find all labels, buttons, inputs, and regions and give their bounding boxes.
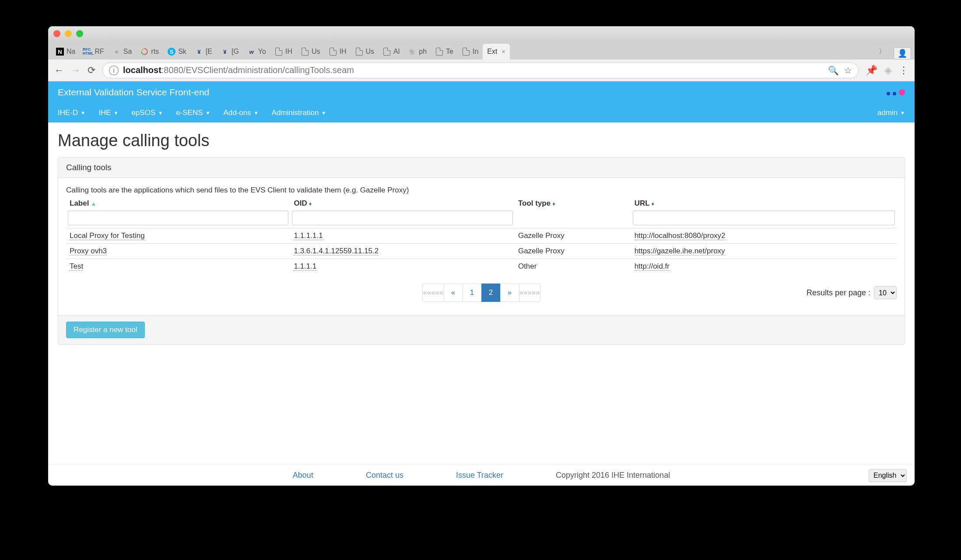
panel-description: Calling tools are the applications which… (66, 186, 897, 195)
pagination: ««««« « 1 2 » »»»»» (422, 284, 540, 302)
browser-tab[interactable]: ¥[E (191, 44, 217, 60)
sort-icon: ♦ (309, 200, 312, 207)
results-per-page: Results per page : 10 (807, 286, 897, 299)
footer-about[interactable]: About (293, 471, 313, 480)
table-row: Local Proxy for Testing 1.1.1.1.1 Gazell… (66, 228, 897, 244)
col-label[interactable]: Label▲ (66, 197, 290, 210)
rpp-select[interactable]: 10 (874, 286, 897, 299)
browser-tab[interactable]: Us (297, 44, 325, 60)
browser-tab[interactable]: IH (270, 44, 297, 60)
forward-button[interactable]: → (71, 65, 81, 76)
footer-issue-tracker[interactable]: Issue Tracker (456, 471, 503, 480)
page-first[interactable]: ««««« (422, 284, 444, 302)
browser-tab[interactable]: rts (136, 44, 163, 60)
table-row: Test 1.1.1.1 Other http://oid.fr (66, 259, 897, 274)
bookmark-icon[interactable]: ☆ (844, 65, 852, 76)
panel-heading: Calling tools (58, 158, 905, 178)
browser-tab[interactable]: NNa (52, 44, 80, 60)
main-nav: IHE-D▼ IHE▼ epSOS▼ e-SENS▼ Add-ons▼ Admi… (48, 103, 915, 122)
chevron-down-icon: ▼ (206, 110, 210, 116)
browser-tab[interactable]: ≡Sa (109, 44, 137, 60)
pin-icon[interactable]: 📌 (866, 65, 877, 76)
col-oid[interactable]: OID♦ (290, 197, 514, 210)
close-window-button[interactable] (53, 30, 60, 37)
chevron-down-icon: ▼ (254, 110, 259, 116)
page-next[interactable]: » (500, 284, 519, 302)
chevron-down-icon: ▼ (321, 110, 326, 116)
browser-tab[interactable]: Us (351, 44, 379, 60)
col-type[interactable]: Tool type♦ (515, 197, 631, 210)
page-prev[interactable]: « (444, 284, 463, 302)
browser-tab[interactable]: Te (431, 44, 458, 60)
extensions: 📌 ◈ ⋮ (866, 65, 908, 76)
filter-url[interactable] (633, 210, 895, 225)
drive-icon[interactable]: ◈ (884, 65, 892, 76)
back-button[interactable]: ← (54, 65, 64, 76)
url-path: :8080/EVSClient/administration/callingTo… (161, 65, 354, 75)
register-tool-button[interactable]: Register a new tool (66, 322, 145, 338)
browser-tab[interactable]: wYo (243, 44, 270, 60)
page-1[interactable]: 1 (463, 284, 482, 302)
brand-logo (887, 89, 905, 95)
nav-ihe[interactable]: IHE▼ (98, 108, 118, 117)
language-selector: English (869, 469, 907, 482)
chevron-down-icon: ▼ (158, 110, 163, 116)
nav-ihe-d[interactable]: IHE-D▼ (58, 108, 85, 117)
nav-esens[interactable]: e-SENS▼ (176, 108, 210, 117)
zoom-icon[interactable]: 🔍 (828, 65, 839, 76)
tab-overflow[interactable]: 〉 (874, 44, 890, 60)
browser-window: NNa RFCHTMLRF ≡Sa rts SSk ¥[E ¥[G wYo IH… (48, 26, 915, 486)
traffic-lights (53, 30, 83, 37)
browser-tab[interactable]: 🐘ph (404, 44, 431, 60)
filter-label[interactable] (68, 210, 288, 225)
sort-asc-icon: ▲ (91, 200, 96, 207)
page-2[interactable]: 2 (481, 284, 501, 302)
menu-button[interactable]: ⋮ (899, 65, 908, 76)
minimize-window-button[interactable] (65, 30, 72, 37)
profile-button[interactable]: 👤 (894, 47, 911, 60)
col-url[interactable]: URL♦ (631, 197, 897, 210)
page-footer: About Contact us Issue Tracker Copyright… (48, 465, 915, 486)
filter-oid[interactable] (292, 210, 512, 225)
language-select[interactable]: English (869, 469, 907, 482)
nav-administration[interactable]: Administration▼ (272, 108, 326, 117)
nav-addons[interactable]: Add-ons▼ (223, 108, 258, 117)
url-host: localhost (123, 65, 161, 75)
browser-tab[interactable]: ¥[G (217, 44, 243, 60)
sort-icon: ♦ (652, 200, 655, 207)
footer-copyright: Copyright 2016 IHE International (556, 471, 670, 480)
reload-button[interactable]: ⟳ (88, 65, 95, 76)
browser-tab[interactable]: RFCHTMLRF (80, 44, 108, 60)
close-tab-icon[interactable]: × (502, 48, 505, 55)
browser-tab[interactable]: In (458, 44, 483, 60)
calling-tools-table: Label▲ OID♦ Tool type♦ URL♦ (66, 197, 897, 274)
site-info-icon[interactable]: i (109, 66, 119, 75)
window-titlebar (48, 26, 915, 41)
maximize-window-button[interactable] (76, 30, 83, 37)
chevron-down-icon: ▼ (900, 110, 905, 116)
rpp-label: Results per page : (807, 288, 870, 298)
url-field[interactable]: i localhost:8080/EVSClient/administratio… (102, 63, 859, 78)
tab-strip: NNa RFCHTMLRF ≡Sa rts SSk ¥[E ¥[G wYo IH… (48, 41, 915, 60)
page-last[interactable]: »»»»» (519, 284, 540, 302)
brand-title: External Validation Service Front-end (58, 87, 209, 98)
nav-user[interactable]: admin▼ (877, 108, 905, 117)
page-content: External Validation Service Front-end IH… (48, 81, 915, 486)
address-bar: ← → ⟳ i localhost:8080/EVSClient/adminis… (48, 60, 915, 81)
chevron-down-icon: ▼ (114, 110, 119, 116)
calling-tools-panel: Calling tools Calling tools are the appl… (58, 157, 905, 345)
table-row: Proxy ovh3 1.3.6.1.4.1.12559.11.15.2 Gaz… (66, 244, 897, 259)
nav-epsos[interactable]: epSOS▼ (131, 108, 163, 117)
footer-contact[interactable]: Contact us (366, 471, 403, 480)
sort-icon: ♦ (552, 200, 555, 207)
brand-bar: External Validation Service Front-end (48, 81, 915, 103)
browser-tab[interactable]: SSk (163, 44, 191, 60)
browser-tab[interactable]: Al (379, 44, 404, 60)
chevron-down-icon: ▼ (81, 110, 85, 116)
browser-tab-active[interactable]: Ext× (483, 44, 509, 60)
page-title: Manage calling tools (58, 131, 905, 150)
browser-tab[interactable]: IH (325, 44, 351, 60)
pagination-row: ««««« « 1 2 » »»»»» Results per page : 1… (66, 274, 897, 312)
